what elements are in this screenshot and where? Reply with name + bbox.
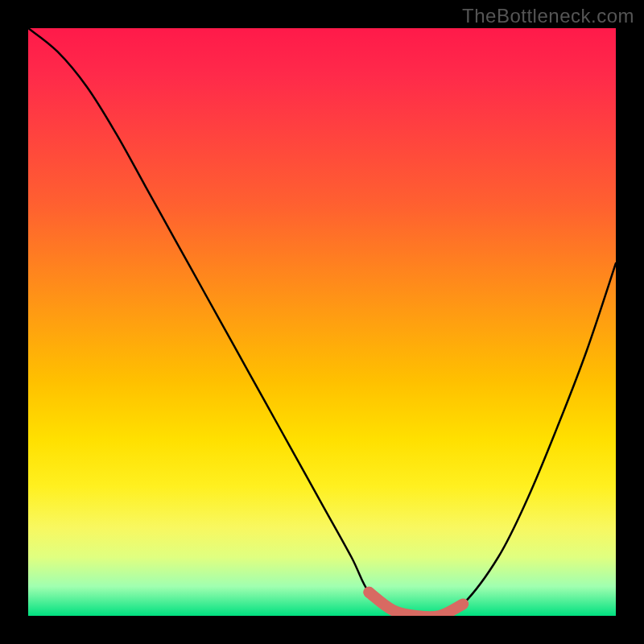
curve-svg bbox=[28, 28, 616, 616]
chart-container: TheBottleneck.com bbox=[0, 0, 644, 644]
optimal-start-dot bbox=[363, 587, 374, 598]
bottleneck-curve bbox=[28, 28, 616, 616]
plot-area bbox=[28, 28, 616, 616]
optimal-range-highlight bbox=[369, 592, 463, 616]
watermark-text: TheBottleneck.com bbox=[462, 5, 634, 27]
